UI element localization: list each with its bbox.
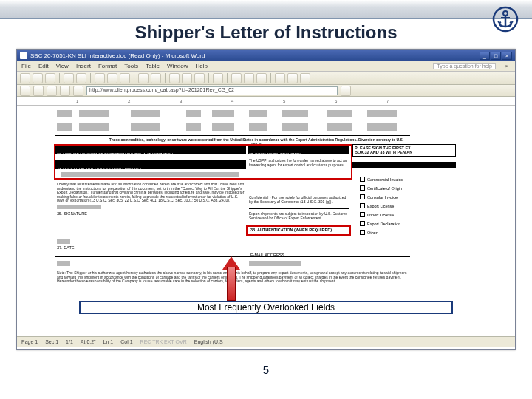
field-block [282, 110, 308, 117]
slide-page-number: 5 [0, 350, 532, 376]
help-search[interactable]: Type a question for help [433, 63, 496, 69]
address-field[interactable]: http://www.clientprocess.com/_cab.asp?id… [86, 86, 338, 95]
go-icon[interactable] [341, 86, 351, 96]
standard-toolbar[interactable] [17, 72, 515, 85]
table-icon[interactable] [169, 73, 180, 83]
field-37-label: 37. DATE [57, 246, 74, 250]
drawing-icon[interactable] [194, 73, 205, 83]
menu-table[interactable]: Table [146, 63, 160, 69]
field-block [57, 239, 70, 244]
save-icon[interactable] [45, 73, 55, 83]
bold-icon[interactable] [231, 73, 242, 83]
word-icon [20, 52, 27, 59]
close-button[interactable]: × [502, 52, 512, 60]
status-lang: English (U.S [194, 339, 223, 344]
italic-icon[interactable] [244, 73, 254, 83]
form-page: These commodities, technology, or softwa… [35, 109, 497, 330]
align-right-icon[interactable] [300, 73, 310, 83]
menu-insert[interactable]: Insert [76, 63, 91, 69]
redo-icon[interactable] [151, 73, 161, 83]
cb-import-license[interactable]: Import License [360, 212, 394, 217]
status-pages: 1/1 [66, 339, 73, 344]
email-label: E-MAIL ADDRESS [250, 253, 284, 258]
anchor-icon [492, 6, 519, 33]
status-sec: Sec 1 [45, 339, 58, 344]
export-ship-text: Export shipments are subject to inspecti… [249, 212, 349, 220]
msword-window: SBC 20-7051-KN SLI Interactive.doc (Read… [16, 49, 516, 350]
undo-icon[interactable] [138, 73, 149, 83]
back-icon[interactable] [20, 86, 30, 96]
sign-instruction-box: PLEASE SIGN THE FIRST EX BOX 32 AND 33 W… [352, 144, 456, 157]
overlooked-banner: Most Frequently Overlooked Fields [79, 301, 453, 314]
field-block [186, 123, 201, 131]
cb-commercial-invoice[interactable]: Commercial Invoice [360, 177, 403, 182]
maximize-button[interactable]: □ [491, 52, 501, 60]
refresh-icon[interactable] [60, 86, 70, 96]
menu-help[interactable]: Help [196, 63, 208, 69]
cb-other[interactable]: Other [360, 230, 378, 235]
field-block [79, 110, 109, 117]
new-icon[interactable] [20, 73, 30, 83]
align-left-icon[interactable] [275, 73, 285, 83]
forward-icon[interactable] [33, 86, 44, 96]
menu-format[interactable]: Format [98, 63, 117, 69]
cut-icon[interactable] [95, 73, 105, 83]
print-icon[interactable] [64, 73, 74, 83]
cb-cert-origin[interactable]: Certificate of Origin [360, 185, 402, 191]
field-block [249, 123, 267, 131]
field-block [57, 205, 101, 209]
open-icon[interactable] [33, 73, 43, 83]
paste-icon[interactable] [120, 73, 130, 83]
menu-tools[interactable]: Tools [124, 63, 138, 69]
document-area: These commodities, technology, or softwa… [17, 106, 515, 336]
status-page: Page 1 [21, 339, 38, 344]
zoom-icon[interactable] [213, 73, 223, 83]
slide-topbar [0, 0, 532, 19]
web-toolbar[interactable]: http://www.clientprocess.com/_cab.asp?id… [17, 85, 515, 97]
field-block [327, 123, 352, 131]
field-block [79, 123, 109, 131]
home-icon[interactable] [73, 86, 83, 96]
field-block [57, 110, 72, 117]
field-block [367, 110, 397, 117]
callout-arrow-icon [222, 256, 240, 301]
field-block [212, 110, 234, 117]
field-34-header: 34. ATTACHED DOCUMENTS [352, 162, 456, 168]
field-35-label: 35. SIGNATURE [57, 212, 87, 216]
confidential-text: Confidential - For use solely for offici… [249, 196, 349, 204]
field-block [327, 110, 352, 117]
menu-view[interactable]: View [56, 63, 69, 69]
ruler: 1 2 3 4 5 6 7 [17, 97, 515, 106]
status-at: At 0.2" [81, 339, 96, 344]
menu-file[interactable]: File [21, 63, 31, 69]
columns-icon[interactable] [182, 73, 192, 83]
field-block [57, 123, 72, 131]
menubar[interactable]: File Edit View Insert Format Tools Table… [17, 61, 515, 72]
align-center-icon[interactable] [287, 73, 298, 83]
cb-export-license[interactable]: Export License [360, 203, 394, 208]
field-38-label: 38. AUTHENTICATION (WHEN REQUIRED) [250, 228, 332, 233]
cb-export-declaration[interactable]: Export Declaration [360, 221, 400, 226]
field-block [367, 123, 397, 131]
field-block [249, 110, 267, 117]
menu-window[interactable]: Window [167, 63, 188, 69]
statusbar: Page 1 Sec 1 1/1 At 0.2" Ln 1 Col 1 REC … [17, 336, 515, 347]
titlebar-text: SBC 20-7051-KN SLI Interactive.doc (Read… [30, 52, 205, 59]
copy-icon[interactable] [107, 73, 117, 83]
stop-icon[interactable] [47, 86, 57, 96]
svg-point-1 [503, 11, 508, 16]
menu-edit[interactable]: Edit [38, 63, 49, 69]
field-block [212, 123, 234, 131]
preview-icon[interactable] [76, 73, 86, 83]
cb-consular-invoice[interactable]: Consular Invoice [360, 194, 398, 200]
window-controls[interactable]: _ □ × [480, 52, 512, 60]
status-ln: Ln 1 [103, 339, 114, 344]
titlebar: SBC 20-7051-KN SLI Interactive.doc (Read… [17, 50, 515, 61]
field-block [131, 123, 160, 131]
underline-icon[interactable] [256, 73, 267, 83]
minimize-button[interactable]: _ [480, 52, 490, 60]
field-block [131, 110, 160, 117]
slide-title: Shipper's Letter of Instructions [0, 19, 532, 49]
doc-close-button[interactable]: × [503, 63, 511, 69]
field-block [186, 110, 201, 117]
